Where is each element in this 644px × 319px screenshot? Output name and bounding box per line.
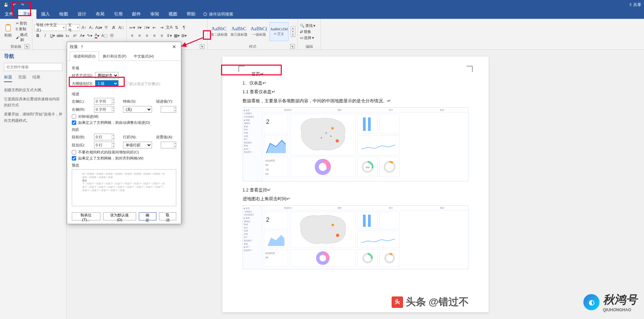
line-spacing-select[interactable]: 单倍行距 (123, 142, 152, 148)
align-center-icon[interactable]: ≡ (136, 32, 143, 39)
sort-icon[interactable]: ⇅ (173, 24, 180, 31)
doc-text[interactable]: 1.2 查看监控↵ (243, 186, 468, 194)
tab-review[interactable]: 审阅 (146, 9, 164, 19)
replace-button[interactable]: ⇄ 替换 (300, 29, 318, 34)
copy-button[interactable]: ⎘ 复制 (16, 27, 30, 32)
find-button[interactable]: 🔍 查找 ▾ (300, 23, 318, 28)
dialog-tab-indent[interactable]: 缩进和间距(I) (70, 51, 99, 61)
doc-text[interactable]: 数据看板，主要显示各项数据内容，中间的中国地图显示的是仓分布情况。↵ (243, 97, 468, 105)
show-marks-icon[interactable]: ¶ (181, 24, 187, 31)
text-effects-icon[interactable]: A▾ (79, 32, 86, 39)
clear-format-icon[interactable]: A̸ (110, 24, 117, 31)
style-heading1[interactable]: AaBbC(一级标题 (250, 22, 268, 41)
set-default-button[interactable]: 设为默认值(D) (103, 212, 136, 220)
clipboard-launcher[interactable]: ⬊ (25, 44, 29, 49)
char-shading-icon[interactable]: A⬚ (101, 32, 108, 39)
justify-icon[interactable]: ≡ (151, 32, 158, 39)
nav-tab-pages[interactable]: 页面 (18, 74, 26, 82)
tab-insert[interactable]: 插入 (36, 9, 55, 19)
before-spin[interactable]: 0 行 (94, 134, 114, 140)
text-direction-icon[interactable]: 文A (166, 24, 173, 31)
char-border-icon[interactable]: A□ (118, 24, 124, 31)
tabs-button[interactable]: 制表位(T)... (72, 212, 100, 220)
align-right-icon[interactable]: ≡ (144, 32, 150, 39)
grow-font-icon[interactable]: A↑ (81, 24, 87, 31)
share-button[interactable]: ⇪ 共享 (629, 2, 641, 8)
distributed-icon[interactable]: ≡ (158, 32, 165, 39)
doc-text[interactable]: 进地图右上角双击时间↵ (243, 195, 468, 203)
tab-view[interactable]: 视图 (164, 9, 182, 19)
bullets-icon[interactable]: ≔▾ (129, 24, 135, 31)
help-icon[interactable]: ? (78, 43, 86, 51)
nav-tab-results[interactable]: 结果 (32, 74, 40, 82)
change-case-icon[interactable]: Aa▾ (95, 24, 102, 31)
select-button[interactable]: ▭ 选择 ▾ (300, 35, 318, 40)
highlight-icon[interactable]: ✎▾ (86, 32, 93, 39)
font-color-icon[interactable]: A▾ (94, 32, 100, 39)
indent-right-spin[interactable]: 0 字符 (94, 106, 114, 113)
tab-references[interactable]: 引用 (109, 9, 127, 19)
dec-indent-icon[interactable]: ⇤ (151, 24, 158, 31)
auto-adjust-check[interactable] (72, 120, 76, 125)
undo-icon[interactable]: ↶ (11, 1, 18, 8)
save-icon[interactable]: 💾 (3, 1, 9, 8)
align-select[interactable]: 两端对齐 (95, 72, 119, 79)
tab-design[interactable]: 设计 (73, 9, 91, 19)
style-heading3[interactable]: AaBbC第三级标题 (229, 22, 248, 41)
tab-mailings[interactable]: 邮件 (127, 9, 146, 19)
no-space-same-style-check[interactable] (72, 150, 76, 154)
tab-help[interactable]: 帮助 (182, 9, 200, 19)
styles-launcher[interactable]: ⬊ (290, 44, 295, 49)
snap-grid-check[interactable] (72, 156, 76, 161)
style-normal[interactable]: AaBbCcDd↵ 正文 (270, 22, 288, 41)
superscript-icon[interactable]: x² (71, 32, 78, 39)
dialog-tab-breaks[interactable]: 换行和分页(P) (99, 51, 130, 61)
inc-indent-icon[interactable]: ⇥ (158, 24, 165, 31)
tab-home[interactable]: 开始 (18, 9, 36, 19)
ok-button[interactable]: 确定 (139, 212, 156, 220)
dialog-tab-asian[interactable]: 中文版式(H) (130, 51, 157, 61)
phonetic-icon[interactable]: 字 (103, 24, 110, 31)
font-size-combo[interactable]: 五号 (66, 24, 80, 31)
enclose-char-icon[interactable]: ㊕ (109, 32, 115, 39)
outline-level-select[interactable]: 1 级 (95, 80, 119, 87)
italic-icon[interactable]: I (42, 32, 49, 39)
subscript-icon[interactable]: x₂ (64, 32, 71, 39)
at-spin[interactable] (161, 142, 176, 148)
shrink-font-icon[interactable]: A↓ (88, 24, 95, 31)
cut-button[interactable]: ✂ 剪切 (16, 21, 30, 26)
tab-layout[interactable]: 布局 (91, 9, 109, 19)
tell-me[interactable]: 操作说明搜索 (203, 11, 233, 17)
cancel-button[interactable]: 取消 (159, 212, 176, 220)
doc-text[interactable]: 1.1 查看仪表盘↵ (243, 88, 468, 96)
align-left-icon[interactable]: ≡ (129, 32, 135, 39)
indent-left-spin[interactable]: 0 字符 (94, 98, 114, 105)
nav-title: 导航 (4, 53, 62, 60)
paste-button[interactable]: 粘贴 (2, 20, 14, 41)
strike-icon[interactable]: abc (57, 32, 63, 39)
close-icon[interactable]: ✕ (170, 43, 178, 51)
font-family-combo[interactable]: 等线 (中文正文) (34, 24, 66, 31)
mirror-indent-check[interactable] (72, 114, 76, 119)
doc-text[interactable]: 1、仪表盘↵ (243, 79, 468, 87)
embedded-image[interactable]: ■ 首页 大屏展示 仪表盘展示■ 菜单 菜单项 数据 统计 内容 内容 部门 数… (243, 205, 468, 269)
multilevel-icon[interactable]: ⁝≡▾ (144, 24, 150, 31)
numbering-icon[interactable]: ≡▾ (136, 24, 143, 31)
style-heading2[interactable]: AaBbC第二级标题 (210, 22, 228, 41)
redo-icon[interactable]: ↷ (19, 1, 26, 8)
line-spacing-icon[interactable]: ⇕▾ (166, 32, 173, 39)
by-spin[interactable] (161, 106, 176, 113)
embedded-image[interactable]: ■ 首页 大屏展示 仪表盘展示■ 菜单 菜单项 数据 统计 内容 内容 部门 数… (243, 107, 468, 181)
nav-tab-headings[interactable]: 标题 (4, 74, 12, 82)
styles-more[interactable]: ▴▾▾ (290, 26, 296, 37)
after-spin[interactable]: 0 行 (94, 142, 114, 148)
underline-icon[interactable]: U▾ (49, 32, 56, 39)
nav-search-input[interactable] (4, 63, 62, 71)
bold-icon[interactable]: B (34, 32, 41, 39)
tab-file[interactable]: 文件 (0, 9, 18, 19)
special-select[interactable]: (无) (123, 106, 152, 113)
format-painter-button[interactable]: 🖌 格式刷 (16, 32, 30, 42)
indent-right-label: 右侧(R): (72, 107, 92, 112)
tab-draw[interactable]: 绘图 (55, 9, 73, 19)
doc-text[interactable]: 首页↵ (243, 70, 468, 78)
